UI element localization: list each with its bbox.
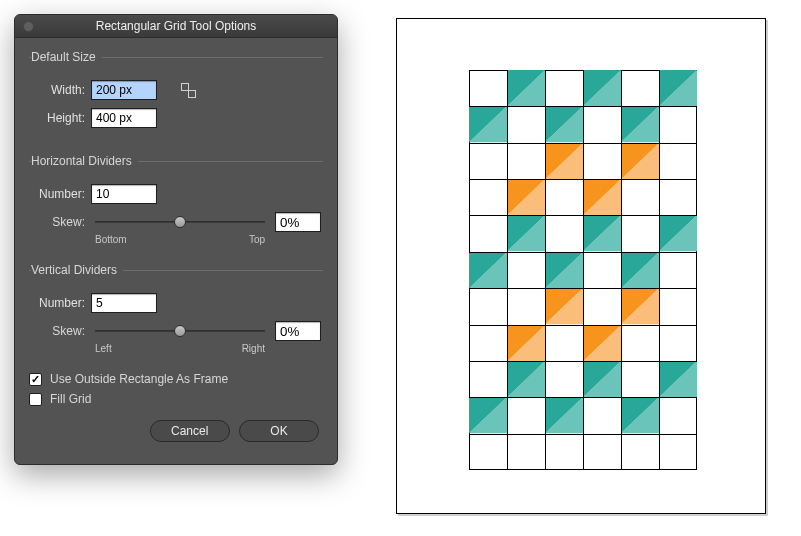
dialog-title: Rectangular Grid Tool Options — [96, 19, 257, 33]
horiz-skew-input[interactable] — [275, 212, 321, 232]
constrain-proportions-icon[interactable] — [179, 83, 197, 97]
horiz-legend: Horizontal Dividers — [31, 154, 138, 168]
ok-button[interactable]: OK — [239, 420, 319, 442]
pattern-shape — [469, 252, 507, 325]
width-input[interactable] — [91, 80, 157, 100]
pattern-shape — [507, 361, 545, 434]
pattern-shape — [621, 143, 659, 216]
pattern-shape — [621, 288, 659, 361]
vert-skew-slider[interactable] — [95, 323, 265, 339]
pattern-shape — [621, 397, 659, 470]
default-size-group: Default Size Width: Height: — [29, 50, 323, 144]
pattern-shape — [583, 215, 621, 288]
vert-skew-left: Left — [95, 343, 112, 354]
dialog-titlebar: Rectangular Grid Tool Options — [15, 15, 337, 38]
width-label: Width: — [31, 83, 91, 97]
artboard — [396, 18, 766, 514]
horiz-number-label: Number: — [31, 187, 91, 201]
horiz-number-input[interactable] — [91, 184, 157, 204]
horiz-skew-right: Top — [249, 234, 265, 245]
pattern-shape — [545, 397, 583, 470]
horiz-skew-slider[interactable] — [95, 214, 265, 230]
pattern-shape — [659, 215, 697, 288]
height-label: Height: — [31, 111, 91, 125]
vert-skew-input[interactable] — [275, 321, 321, 341]
pattern-shape — [545, 288, 583, 361]
vert-skew-label: Skew: — [31, 324, 91, 338]
pattern-shape — [507, 215, 545, 288]
fill-grid-checkbox[interactable] — [29, 393, 42, 406]
grid-options-dialog: Rectangular Grid Tool Options Default Si… — [14, 14, 338, 465]
vert-skew-right: Right — [242, 343, 265, 354]
vert-number-input[interactable] — [91, 293, 157, 313]
horiz-skew-label: Skew: — [31, 215, 91, 229]
pattern-shape — [469, 106, 507, 179]
horiz-skew-left: Bottom — [95, 234, 127, 245]
height-input[interactable] — [91, 108, 157, 128]
pattern-shape — [545, 143, 583, 216]
pattern-shape — [583, 361, 621, 434]
fill-grid-label: Fill Grid — [50, 392, 91, 406]
vertical-dividers-group: Vertical Dividers Number: Skew: Left Rig… — [29, 263, 323, 362]
pattern-grid — [469, 70, 697, 470]
use-frame-checkbox[interactable] — [29, 373, 42, 386]
use-frame-label: Use Outside Rectangle As Frame — [50, 372, 228, 386]
vert-legend: Vertical Dividers — [31, 263, 123, 277]
cancel-button[interactable]: Cancel — [150, 420, 230, 442]
pattern-shape — [469, 397, 507, 470]
window-button-icon[interactable] — [23, 21, 34, 32]
pattern-shape — [583, 70, 621, 143]
pattern-shape — [507, 70, 545, 143]
default-size-legend: Default Size — [31, 50, 102, 64]
dialog-content: Default Size Width: Height: Horizontal D… — [15, 38, 337, 464]
pattern-shape — [659, 70, 697, 143]
horizontal-dividers-group: Horizontal Dividers Number: Skew: Bottom… — [29, 154, 323, 253]
pattern-shape — [659, 361, 697, 434]
vert-number-label: Number: — [31, 296, 91, 310]
